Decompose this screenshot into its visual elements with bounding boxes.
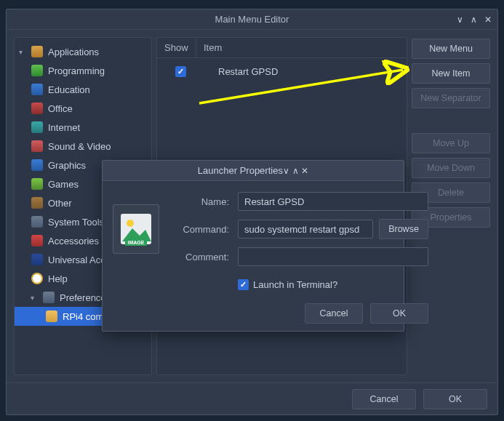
dialog-ok-button[interactable]: OK (370, 303, 428, 324)
browse-button[interactable]: Browse (379, 219, 428, 239)
item-name: Restart GPSD (204, 66, 278, 77)
comment-label: Comment: (171, 252, 232, 262)
main-titlebar: Main Menu Editor ∨ ∧ ✕ (7, 9, 497, 30)
maximize-icon[interactable]: ∧ (292, 166, 299, 176)
tree-item-education[interactable]: Education (15, 80, 151, 99)
education-icon (31, 83, 44, 96)
new-menu-button[interactable]: New Menu (412, 39, 490, 59)
games-icon (31, 177, 44, 191)
new-item-button[interactable]: New Item (412, 63, 490, 84)
command-label: Command: (171, 224, 232, 235)
tree-root-applications[interactable]: ▾ Applications (15, 42, 151, 61)
tree-item-programming[interactable]: Programming (15, 61, 151, 80)
internet-icon (31, 121, 44, 134)
folder-icon (31, 45, 44, 58)
other-icon (31, 196, 44, 209)
accessories-icon (31, 234, 44, 247)
launcher-properties-dialog: Launcher Properties ∨ ∧ ✕ IMAGE Name: Co… (102, 160, 404, 332)
main-footer: Cancel OK (7, 382, 497, 414)
graphics-icon (31, 159, 44, 172)
tree-item-sound-video[interactable]: Sound & Video (15, 137, 151, 156)
minimize-icon[interactable]: ∨ (283, 166, 289, 176)
command-input[interactable] (238, 220, 373, 238)
close-icon[interactable]: ✕ (301, 166, 308, 176)
name-input[interactable] (238, 192, 428, 211)
programming-icon (31, 64, 44, 77)
main-title: Main Menu Editor (215, 14, 289, 25)
maximize-icon[interactable]: ∧ (471, 15, 477, 25)
tree-root-label: Applications (48, 47, 99, 57)
terminal-checkbox[interactable]: ✓ (238, 279, 249, 290)
move-down-button[interactable]: Move Down (412, 158, 490, 178)
tree-item-internet[interactable]: Internet (15, 118, 151, 137)
dialog-title-controls: ∨ ∧ ✕ (283, 165, 308, 176)
svg-text:IMAGE: IMAGE (128, 240, 145, 245)
name-label: Name: (171, 196, 232, 207)
office-icon (31, 102, 44, 115)
collapse-icon[interactable]: ▾ (31, 294, 38, 302)
main-ok-button[interactable]: OK (423, 389, 487, 409)
tree-item-office[interactable]: Office (15, 99, 151, 118)
dialog-cancel-button[interactable]: Cancel (305, 303, 363, 324)
sound-video-icon (31, 140, 44, 153)
universal-access-icon (31, 253, 44, 266)
collapse-icon[interactable]: ▾ (19, 48, 26, 56)
close-icon[interactable]: ✕ (484, 15, 492, 25)
folder-icon (45, 310, 58, 323)
svg-point-2 (127, 220, 134, 227)
col-header-show[interactable]: Show (157, 38, 196, 57)
help-icon (31, 272, 44, 285)
spacer (412, 113, 490, 129)
new-separator-button[interactable]: New Separator (412, 88, 490, 108)
main-cancel-button[interactable]: Cancel (352, 389, 416, 409)
dialog-title: Launcher Properties (198, 165, 283, 176)
list-header: Show Item (157, 38, 407, 58)
dialog-footer: Cancel OK (113, 300, 428, 324)
col-header-item[interactable]: Item (196, 42, 407, 53)
icon-chooser[interactable]: IMAGE (113, 204, 159, 254)
dialog-body: IMAGE Name: Command: Browse Comment: ✓ L… (103, 181, 404, 331)
launch-in-terminal-row: ✓ Launch in Terminal? (238, 279, 428, 290)
show-checkbox[interactable]: ✓ (175, 66, 186, 77)
move-up-button[interactable]: Move Up (412, 133, 490, 153)
preferences-icon (42, 291, 55, 304)
comment-input[interactable] (238, 247, 428, 266)
dialog-titlebar: Launcher Properties ∨ ∧ ✕ (103, 161, 404, 181)
image-placeholder-icon: IMAGE (119, 212, 153, 246)
list-row[interactable]: ✓ Restart GPSD (157, 61, 407, 81)
minimize-icon[interactable]: ∨ (457, 15, 463, 25)
main-title-controls: ∨ ∧ ✕ (457, 9, 492, 29)
terminal-label: Launch in Terminal? (253, 279, 337, 290)
system-tools-icon (31, 215, 44, 228)
